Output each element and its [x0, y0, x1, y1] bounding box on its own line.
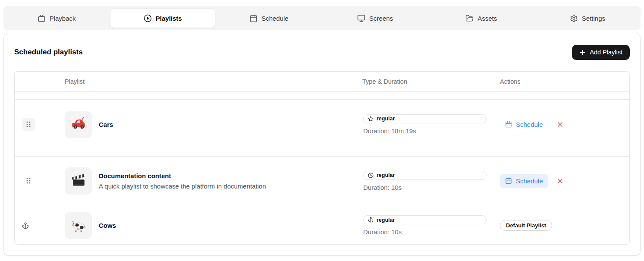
- table-row-cars: Cars regular Duration: 18m 19s Schedule: [15, 100, 629, 149]
- tab-screens[interactable]: Screens: [323, 9, 427, 28]
- clock-icon: [368, 173, 374, 178]
- playlist-thumbnail: [65, 167, 92, 195]
- anchored-indicator: [22, 222, 35, 230]
- calendar-icon: [505, 121, 512, 128]
- tab-playlists[interactable]: Playlists: [110, 9, 215, 28]
- drop-zone-spacer: [15, 149, 629, 157]
- tab-label: Settings: [582, 15, 605, 22]
- tab-label: Playlists: [156, 15, 182, 22]
- panel-header: Scheduled playlists Add Playlist: [4, 33, 640, 71]
- duration-text: Duration: 10s: [363, 184, 500, 191]
- tab-label: Playback: [50, 15, 76, 22]
- drag-handle[interactable]: [22, 118, 35, 131]
- plus-icon: [579, 49, 586, 56]
- type-badge-label: regular: [377, 116, 395, 122]
- table-row-documentation-content: Documentation content A quick playlist t…: [15, 157, 629, 205]
- remove-button[interactable]: [557, 121, 563, 128]
- calendar-icon: [249, 14, 258, 22]
- gear-icon: [570, 14, 578, 22]
- playlist-description: A quick playlist to showcase the platfor…: [99, 182, 266, 190]
- tab-label: Screens: [369, 15, 393, 22]
- type-badge: regular: [363, 114, 487, 123]
- type-badge-label: regular: [377, 172, 395, 178]
- top-nav-tabs: Playback Playlists Schedule Screens Asse…: [3, 6, 641, 30]
- duration-text: Duration: 18m 19s: [363, 127, 500, 135]
- table-row-cows: Cows regular Duration: 10s Default Playl…: [15, 205, 629, 245]
- play-circle-icon: [144, 14, 152, 22]
- column-header-actions: Actions: [500, 78, 629, 85]
- drag-handle[interactable]: [22, 174, 35, 187]
- column-header-playlist: Playlist: [65, 78, 362, 85]
- playlists-table: Playlist Type & Duration Actions Cars: [14, 71, 630, 245]
- type-badge: regular: [363, 215, 487, 224]
- playlists-panel: Scheduled playlists Add Playlist Playlis…: [3, 33, 641, 256]
- schedule-label: Schedule: [516, 177, 543, 185]
- cow-emoji: [70, 217, 87, 234]
- anchor-icon: [22, 222, 29, 230]
- tab-playback[interactable]: Playback: [4, 9, 109, 28]
- schedule-button[interactable]: Schedule: [500, 174, 548, 188]
- tab-label: Schedule: [261, 15, 289, 22]
- star-icon: [368, 116, 374, 122]
- calendar-icon: [505, 177, 512, 184]
- playlist-title: Cows: [99, 222, 116, 229]
- default-playlist-badge: Default Playlist: [500, 220, 552, 231]
- folder-open-icon: [465, 14, 474, 22]
- playlist-thumbnail: [65, 111, 92, 138]
- schedule-button[interactable]: Schedule: [500, 117, 548, 132]
- tab-settings[interactable]: Settings: [535, 9, 640, 28]
- tab-assets[interactable]: Assets: [429, 9, 534, 28]
- tab-label: Assets: [478, 15, 497, 22]
- page-title: Scheduled playlists: [14, 48, 83, 57]
- tab-schedule[interactable]: Schedule: [217, 9, 321, 28]
- grip-dots-icon: [25, 121, 31, 128]
- table-header-row: Playlist Type & Duration Actions: [15, 72, 629, 92]
- type-badge: regular: [363, 171, 487, 180]
- x-icon: [557, 121, 563, 128]
- anchor-icon: [368, 217, 374, 223]
- red-car-emoji: [70, 116, 87, 132]
- monitor-icon: [357, 14, 365, 22]
- playlist-thumbnail: [65, 212, 92, 239]
- clapper-board-emoji: [70, 173, 87, 189]
- type-badge-label: regular: [377, 217, 395, 223]
- playlist-title: Cars: [99, 121, 113, 128]
- column-header-type-duration: Type & Duration: [362, 78, 500, 85]
- tv-icon: [38, 14, 46, 22]
- schedule-label: Schedule: [516, 121, 543, 128]
- add-playlist-label: Add Playlist: [590, 49, 622, 56]
- remove-button[interactable]: [557, 178, 563, 184]
- playlist-title: Documentation content: [99, 172, 266, 179]
- x-icon: [557, 178, 563, 184]
- add-playlist-button[interactable]: Add Playlist: [572, 45, 630, 60]
- duration-text: Duration: 10s: [363, 228, 500, 236]
- drop-zone-spacer: [15, 92, 629, 100]
- grip-dots-icon: [25, 177, 31, 184]
